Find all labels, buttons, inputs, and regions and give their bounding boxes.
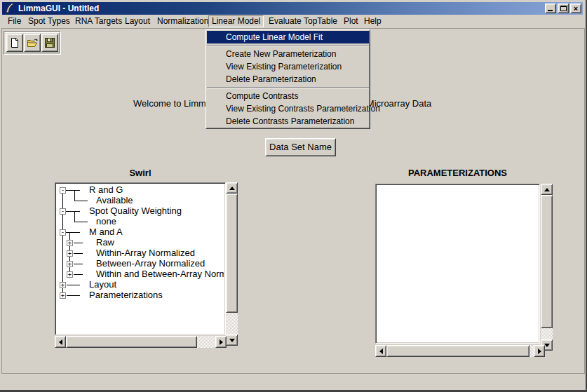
save-icon (44, 37, 55, 48)
scroll-down-icon (229, 339, 235, 342)
menu-item-file[interactable]: File (4, 15, 25, 27)
toolbar (4, 31, 61, 55)
window-title: LimmaGUI - Untitled (18, 4, 99, 13)
open-folder-icon (27, 37, 39, 48)
menu-option-delete-parameterization[interactable]: Delete Parameterization (207, 73, 369, 86)
swirl-panel-title: Swirl (55, 168, 226, 178)
new-button[interactable] (6, 34, 23, 52)
close-icon: × (571, 4, 581, 13)
menu-option-compute-linear-model-fit[interactable]: Compute Linear Model Fit (207, 31, 369, 43)
menu-item-normalization[interactable]: Normalization (154, 15, 212, 27)
menu-separator (207, 87, 369, 88)
menu-item-toptable[interactable]: TopTable (300, 15, 341, 27)
open-button[interactable] (24, 34, 41, 52)
linear-model-menu: Compute Linear Model Fit Create New Para… (205, 29, 370, 129)
parameterizations-hscrollbar[interactable] (375, 345, 545, 357)
tree-toggle[interactable]: - (60, 187, 66, 194)
menu-option-compute-contrasts[interactable]: Compute Contrasts (207, 90, 369, 102)
tree-toggle[interactable]: + (67, 261, 73, 267)
minimize-button[interactable] (545, 4, 556, 13)
scroll-thumb[interactable] (541, 195, 553, 328)
scroll-right-icon (220, 339, 223, 345)
scroll-left-icon (379, 349, 383, 354)
swirl-tree: - - - + + + + + + R and G Available Spot… (57, 184, 224, 333)
tree-toggle[interactable]: + (60, 292, 66, 299)
scroll-right-button[interactable] (215, 336, 227, 348)
tree-toggle[interactable]: - (60, 229, 66, 236)
maximize-button[interactable] (558, 4, 569, 13)
minimize-icon (548, 10, 553, 11)
tree-toggle[interactable]: + (67, 240, 73, 246)
menu-item-linear-model[interactable]: Linear Model (208, 15, 264, 27)
scroll-left-button[interactable] (55, 336, 66, 348)
menu-option-delete-contrasts-parameterization[interactable]: Delete Contrasts Parameterization (207, 115, 369, 128)
app-window: LimmaGUI - Untitled × File Spot Types RN… (0, 0, 587, 392)
scroll-right-icon (538, 349, 541, 354)
scroll-left-icon (59, 339, 62, 345)
tree-lines (57, 184, 224, 333)
close-button[interactable]: × (570, 4, 581, 13)
swirl-hscrollbar[interactable] (55, 336, 227, 348)
menu-item-rna-targets[interactable]: RNA Targets (72, 15, 126, 27)
tree-toggle[interactable]: + (60, 282, 66, 288)
parameterizations-vscrollbar[interactable] (541, 184, 553, 351)
menu-bar: File Spot Types RNA Targets Layout Norma… (1, 15, 586, 28)
scroll-thumb[interactable] (226, 194, 238, 313)
parameterizations-title: PARAMETERIZATIONS (375, 168, 540, 178)
scroll-up-button[interactable] (541, 184, 553, 195)
tree-toggle[interactable]: - (60, 208, 66, 215)
menu-item-help[interactable]: Help (360, 15, 385, 27)
scroll-thumb[interactable] (66, 336, 197, 348)
title-bar[interactable]: LimmaGUI - Untitled × (2, 2, 583, 15)
parameterizations-listbox[interactable] (375, 184, 540, 344)
swirl-vscrollbar[interactable] (226, 182, 238, 346)
scroll-right-button[interactable] (534, 345, 545, 357)
menu-item-spot-types[interactable]: Spot Types (25, 15, 74, 27)
dataset-name-button[interactable]: Data Set Name (265, 138, 336, 156)
scroll-up-icon (229, 187, 235, 190)
scroll-up-icon (544, 188, 550, 191)
save-button[interactable] (41, 34, 58, 52)
maximize-icon (560, 6, 567, 11)
menu-item-evaluate[interactable]: Evaluate (265, 15, 305, 27)
tree-toggle[interactable]: + (67, 271, 73, 278)
new-file-icon (9, 37, 20, 48)
menu-item-plot[interactable]: Plot (340, 15, 362, 27)
scroll-down-button[interactable] (226, 334, 238, 346)
swirl-tree-listbox[interactable]: - - - + + + + + + R and G Available Spot… (55, 182, 226, 335)
scroll-up-button[interactable] (226, 182, 238, 194)
menu-option-view-existing-contrasts-parameterization[interactable]: View Existing Contrasts Parameterization (207, 102, 369, 115)
scroll-thumb[interactable] (386, 345, 529, 357)
scroll-left-button[interactable] (375, 345, 386, 357)
menu-item-layout[interactable]: Layout (121, 15, 154, 27)
tk-feather-icon (4, 3, 14, 14)
menu-option-create-new-parameterization[interactable]: Create New Parameterization (207, 48, 369, 60)
menu-option-view-existing-parameterization[interactable]: View Existing Parameterization (207, 60, 369, 73)
tree-toggle[interactable]: + (67, 250, 73, 257)
menu-separator (207, 45, 369, 46)
